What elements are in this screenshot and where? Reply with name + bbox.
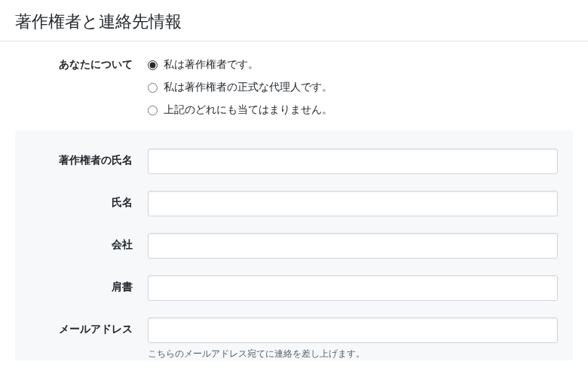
radio-label-owner: 私は著作権者です。 — [164, 58, 259, 72]
note-email: こちらのメールアドレス宛てに連絡を差し上げます。 — [148, 348, 558, 360]
about-you-radio-group: 私は著作権者です。 私は著作権者の正式な代理人です。 上記のどれにも当てはまりま… — [148, 58, 573, 117]
radio-option-agent[interactable]: 私は著作権者の正式な代理人です。 — [148, 81, 573, 94]
label-email: メールアドレス — [30, 317, 148, 336]
label-copyright-holder: 著作権者の氏名 — [30, 149, 148, 167]
radio-input-owner[interactable] — [148, 60, 158, 70]
about-you-label: あなたについて — [15, 58, 148, 117]
radio-option-owner[interactable]: 私は著作権者です。 — [148, 58, 573, 72]
label-company: 会社 — [30, 233, 148, 252]
input-copyright-holder[interactable] — [148, 149, 558, 174]
label-title: 肩書 — [30, 275, 148, 294]
radio-option-neither[interactable]: 上記のどれにも当てはまりません。 — [148, 103, 573, 117]
page-title: 著作権者と連絡先情報 — [0, 0, 588, 41]
radio-label-agent: 私は著作権者の正式な代理人です。 — [164, 81, 332, 94]
input-company[interactable] — [148, 233, 558, 259]
input-name[interactable] — [148, 191, 558, 216]
radio-label-neither: 上記のどれにも当てはまりません。 — [164, 103, 332, 117]
form-row-name: 氏名 — [30, 191, 558, 216]
about-you-section: あなたについて 私は著作権者です。 私は著作権者の正式な代理人です。 上記のどれ… — [0, 41, 588, 130]
form-row-email: メールアドレス こちらのメールアドレス宛てに連絡を差し上げます。 — [30, 317, 558, 360]
radio-input-neither[interactable] — [148, 106, 158, 115]
form-row-copyright-holder: 著作権者の氏名 — [30, 149, 558, 174]
input-title[interactable] — [148, 275, 558, 301]
form-row-company: 会社 — [30, 233, 558, 259]
label-name: 氏名 — [30, 191, 148, 210]
form-row-title: 肩書 — [30, 275, 558, 301]
input-email[interactable] — [148, 317, 558, 343]
radio-input-agent[interactable] — [148, 83, 158, 93]
contact-form-panel: 著作権者の氏名 氏名 会社 肩書 メールアドレス こちらのメールアドレス宛てに連… — [15, 130, 573, 360]
